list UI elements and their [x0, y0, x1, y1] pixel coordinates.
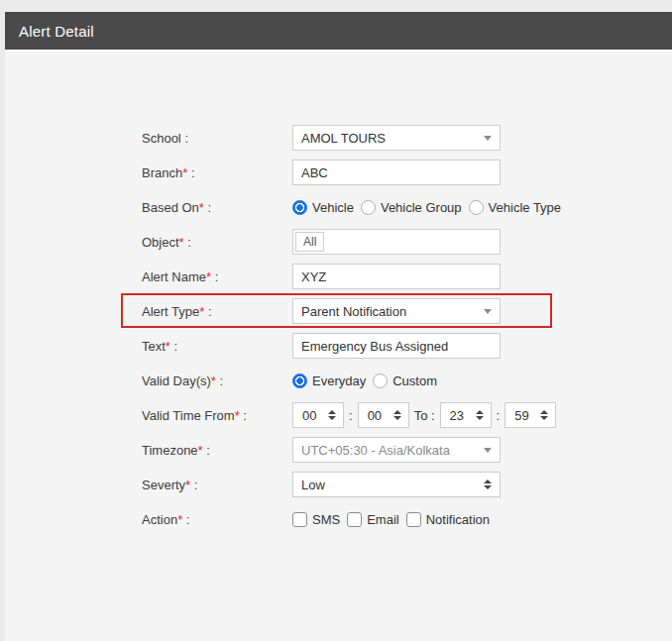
text-input[interactable]: Emergency Bus Assigned [292, 333, 501, 359]
from-minute-spinner[interactable]: 00 [358, 402, 409, 428]
alert-name-input-value: XYZ [301, 269, 326, 284]
field-row-school: School : AMOL TOURS [142, 125, 561, 151]
radio-vehicle-type[interactable]: Vehicle Type [469, 200, 561, 215]
field-row-valid-time: Valid Time From* : 00 : 00 To : 23 [142, 402, 561, 428]
alert-name-label: Alert Name* : [142, 269, 292, 284]
up-down-arrows-icon[interactable] [328, 410, 336, 420]
from-hour-value: 00 [302, 408, 316, 423]
up-down-arrows-icon [484, 480, 492, 489]
valid-time-label: Valid Time From* : [142, 408, 292, 423]
based-on-label: Based On* : [142, 200, 292, 215]
chevron-down-icon [484, 448, 492, 453]
field-row-branch: Branch* : ABC [142, 160, 561, 185]
to-minute-value: 59 [514, 408, 528, 423]
radio-unselected-icon[interactable] [373, 374, 388, 388]
field-row-severity: Severty* : Low [142, 472, 561, 497]
radio-everyday[interactable]: Everyday [292, 374, 366, 388]
radio-vehicle-group[interactable]: Vehicle Group [361, 200, 462, 215]
object-chip-all[interactable]: All [295, 232, 324, 252]
valid-days-label: Valid Day(s)* : [142, 374, 292, 388]
radio-custom[interactable]: Custom [373, 374, 437, 388]
checkbox-email[interactable]: Email [347, 512, 399, 527]
field-row-action: Action* : SMS Email Notification [142, 506, 561, 532]
radio-vehicle-type-label: Vehicle Type [489, 200, 561, 215]
severity-select-value: Low [301, 478, 484, 492]
radio-unselected-icon[interactable] [469, 200, 484, 215]
radio-vehicle-group-label: Vehicle Group [381, 200, 462, 215]
alert-type-select-value: Parent Notification [301, 304, 484, 319]
page-title: Alert Detail [19, 23, 94, 40]
severity-label: Severty* : [142, 478, 292, 492]
checkbox-email-label: Email [367, 512, 399, 527]
school-select-value: AMOL TOURS [301, 131, 484, 146]
alert-name-input[interactable]: XYZ [292, 264, 501, 289]
timezone-select: UTC+05:30 - Asia/Kolkata [292, 437, 501, 463]
alert-type-label: Alert Type* : [142, 304, 292, 319]
branch-input-value: ABC [301, 165, 328, 180]
checkbox-sms-label: SMS [312, 512, 340, 527]
text-input-value: Emergency Bus Assigned [301, 339, 448, 354]
field-row-timezone: Timezone* : UTC+05:30 - Asia/Kolkata [142, 437, 561, 463]
field-row-based-on: Based On* : Vehicle Vehicle Group Vehicl… [142, 194, 561, 220]
time-separator: : [349, 408, 353, 423]
alert-detail-form: School : AMOL TOURS Branch* : ABC [142, 125, 561, 541]
field-row-object: Object* : All [142, 229, 561, 255]
checkbox-unchecked-icon[interactable] [347, 512, 362, 527]
chevron-down-icon [484, 136, 492, 141]
school-label: School : [142, 131, 292, 146]
alert-detail-panel: Alert Detail School : AMOL TOURS Branch*… [5, 12, 672, 641]
radio-custom-label: Custom [392, 374, 437, 388]
alert-type-select[interactable]: Parent Notification [292, 298, 501, 324]
checkbox-notification[interactable]: Notification [406, 512, 490, 527]
branch-input[interactable]: ABC [292, 160, 501, 185]
timezone-select-value: UTC+05:30 - Asia/Kolkata [301, 443, 484, 458]
branch-label: Branch* : [142, 165, 292, 180]
school-select[interactable]: AMOL TOURS [292, 125, 501, 151]
up-down-arrows-icon[interactable] [540, 410, 548, 420]
to-label: To : [414, 408, 435, 423]
checkbox-unchecked-icon[interactable] [292, 512, 307, 527]
timezone-label: Timezone* : [142, 443, 292, 458]
action-label: Action* : [142, 512, 292, 527]
to-minute-spinner[interactable]: 59 [504, 402, 556, 428]
up-down-arrows-icon[interactable] [393, 410, 401, 420]
panel-header: Alert Detail [5, 12, 672, 50]
checkbox-sms[interactable]: SMS [292, 512, 340, 527]
radio-unselected-icon[interactable] [361, 200, 376, 215]
field-row-alert-type: Alert Type* : Parent Notification [142, 298, 561, 324]
from-hour-spinner[interactable]: 00 [292, 402, 344, 428]
severity-select[interactable]: Low [292, 472, 501, 497]
field-row-valid-days: Valid Day(s)* : Everyday Custom [142, 368, 561, 393]
time-separator: : [497, 408, 501, 423]
checkbox-unchecked-icon[interactable] [406, 512, 421, 527]
radio-selected-icon[interactable] [292, 200, 307, 215]
radio-vehicle[interactable]: Vehicle [292, 200, 354, 215]
radio-selected-icon[interactable] [292, 374, 307, 388]
to-hour-spinner[interactable]: 23 [440, 402, 492, 428]
object-multiselect[interactable]: All [292, 229, 501, 255]
radio-vehicle-label: Vehicle [312, 200, 354, 215]
field-row-alert-name: Alert Name* : XYZ [142, 264, 561, 289]
object-label: Object* : [142, 235, 292, 250]
from-minute-value: 00 [368, 408, 382, 423]
radio-everyday-label: Everyday [312, 374, 366, 388]
field-row-text: Text* : Emergency Bus Assigned [142, 333, 561, 359]
to-hour-value: 23 [450, 408, 464, 423]
checkbox-notification-label: Notification [426, 512, 490, 527]
chevron-down-icon [484, 309, 492, 314]
text-label: Text* : [142, 339, 292, 354]
up-down-arrows-icon[interactable] [476, 410, 484, 420]
panel-body: School : AMOL TOURS Branch* : ABC [5, 50, 672, 641]
